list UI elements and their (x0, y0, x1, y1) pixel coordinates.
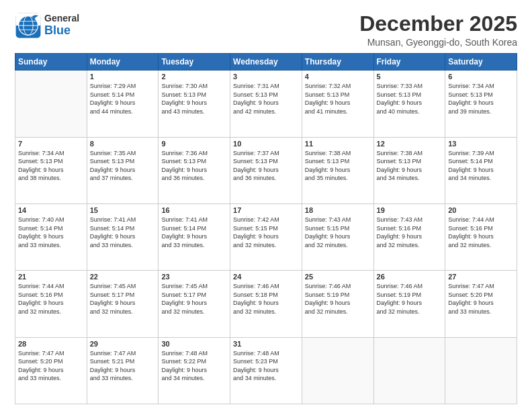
day-number: 20 (448, 206, 514, 214)
day-info: Sunrise: 7:34 AMSunset: 5:13 PMDaylight:… (18, 149, 84, 183)
day-info: Sunrise: 7:48 AMSunset: 5:22 PMDaylight:… (161, 349, 227, 383)
day-number: 12 (377, 140, 443, 148)
col-tuesday: Tuesday (159, 54, 230, 71)
day-number: 30 (161, 340, 227, 348)
day-number: 19 (377, 206, 443, 214)
calendar-cell: 16Sunrise: 7:41 AMSunset: 5:14 PMDayligh… (159, 203, 230, 270)
day-info: Sunrise: 7:45 AMSunset: 5:17 PMDaylight:… (161, 282, 227, 316)
day-number: 6 (448, 73, 514, 81)
col-saturday: Saturday (445, 54, 517, 71)
day-number: 1 (90, 73, 156, 81)
day-number: 24 (233, 273, 299, 281)
calendar-header-row: Sunday Monday Tuesday Wednesday Thursday… (15, 54, 517, 71)
day-number: 16 (161, 206, 227, 214)
calendar-cell (373, 337, 445, 404)
calendar-week-3: 14Sunrise: 7:40 AMSunset: 5:14 PMDayligh… (15, 203, 517, 270)
calendar-cell (15, 71, 87, 137)
day-number: 21 (18, 273, 84, 281)
calendar-cell: 17Sunrise: 7:42 AMSunset: 5:15 PMDayligh… (230, 203, 302, 270)
day-number: 13 (448, 140, 514, 148)
day-number: 9 (161, 140, 227, 148)
col-thursday: Thursday (302, 54, 373, 71)
logo-text: General Blue (44, 13, 79, 37)
calendar-cell: 27Sunrise: 7:47 AMSunset: 5:20 PMDayligh… (445, 271, 517, 337)
day-info: Sunrise: 7:36 AMSunset: 5:13 PMDaylight:… (161, 149, 227, 183)
calendar-cell: 1Sunrise: 7:29 AMSunset: 5:14 PMDaylight… (87, 71, 159, 137)
calendar-cell: 26Sunrise: 7:46 AMSunset: 5:19 PMDayligh… (373, 271, 445, 337)
day-info: Sunrise: 7:48 AMSunset: 5:23 PMDaylight:… (233, 349, 299, 383)
day-number: 10 (233, 140, 299, 148)
col-sunday: Sunday (15, 54, 87, 71)
calendar-week-4: 21Sunrise: 7:44 AMSunset: 5:16 PMDayligh… (15, 271, 517, 337)
day-info: Sunrise: 7:45 AMSunset: 5:17 PMDaylight:… (90, 282, 156, 316)
day-info: Sunrise: 7:40 AMSunset: 5:14 PMDaylight:… (18, 216, 84, 249)
calendar-cell: 28Sunrise: 7:47 AMSunset: 5:20 PMDayligh… (15, 337, 87, 404)
calendar-cell: 22Sunrise: 7:45 AMSunset: 5:17 PMDayligh… (87, 271, 159, 337)
day-number: 27 (448, 273, 514, 281)
day-info: Sunrise: 7:47 AMSunset: 5:20 PMDaylight:… (448, 282, 514, 316)
title-block: December 2025 Munsan, Gyeonggi-do, South… (359, 12, 517, 48)
day-number: 23 (161, 273, 227, 281)
calendar-cell: 12Sunrise: 7:38 AMSunset: 5:13 PMDayligh… (373, 137, 445, 203)
day-info: Sunrise: 7:38 AMSunset: 5:13 PMDaylight:… (377, 149, 443, 183)
calendar-cell: 14Sunrise: 7:40 AMSunset: 5:14 PMDayligh… (15, 203, 87, 270)
day-number: 7 (18, 140, 84, 148)
calendar-cell: 31Sunrise: 7:48 AMSunset: 5:23 PMDayligh… (230, 337, 302, 404)
day-info: Sunrise: 7:41 AMSunset: 5:14 PMDaylight:… (90, 216, 156, 249)
calendar-cell: 7Sunrise: 7:34 AMSunset: 5:13 PMDaylight… (15, 137, 87, 203)
day-number: 15 (90, 206, 156, 214)
day-number: 17 (233, 206, 299, 214)
day-info: Sunrise: 7:38 AMSunset: 5:13 PMDaylight:… (305, 149, 371, 183)
day-info: Sunrise: 7:30 AMSunset: 5:13 PMDaylight:… (161, 82, 227, 116)
day-number: 8 (90, 140, 156, 148)
day-info: Sunrise: 7:32 AMSunset: 5:13 PMDaylight:… (305, 82, 371, 116)
day-number: 31 (233, 340, 299, 348)
calendar-cell: 21Sunrise: 7:44 AMSunset: 5:16 PMDayligh… (15, 271, 87, 337)
logo: General Blue (15, 12, 79, 39)
calendar-cell: 18Sunrise: 7:43 AMSunset: 5:15 PMDayligh… (302, 203, 373, 270)
day-number: 11 (305, 140, 371, 148)
calendar-cell: 19Sunrise: 7:43 AMSunset: 5:16 PMDayligh… (373, 203, 445, 270)
calendar-cell: 2Sunrise: 7:30 AMSunset: 5:13 PMDaylight… (159, 71, 230, 137)
day-number: 2 (161, 73, 227, 81)
calendar-cell: 29Sunrise: 7:47 AMSunset: 5:21 PMDayligh… (87, 337, 159, 404)
page: General Blue December 2025 Munsan, Gyeon… (0, 0, 532, 411)
day-info: Sunrise: 7:41 AMSunset: 5:14 PMDaylight:… (161, 216, 227, 249)
day-info: Sunrise: 7:37 AMSunset: 5:13 PMDaylight:… (233, 149, 299, 183)
calendar-title: December 2025 (359, 12, 517, 36)
calendar-cell (445, 337, 517, 404)
calendar-cell: 5Sunrise: 7:33 AMSunset: 5:13 PMDaylight… (373, 71, 445, 137)
calendar-subtitle: Munsan, Gyeonggi-do, South Korea (359, 37, 517, 48)
calendar-cell: 4Sunrise: 7:32 AMSunset: 5:13 PMDaylight… (302, 71, 373, 137)
col-monday: Monday (87, 54, 159, 71)
day-number: 22 (90, 273, 156, 281)
day-number: 4 (305, 73, 371, 81)
day-info: Sunrise: 7:44 AMSunset: 5:16 PMDaylight:… (18, 282, 84, 316)
calendar-cell: 6Sunrise: 7:34 AMSunset: 5:13 PMDaylight… (445, 71, 517, 137)
calendar-cell: 9Sunrise: 7:36 AMSunset: 5:13 PMDaylight… (159, 137, 230, 203)
col-friday: Friday (373, 54, 445, 71)
logo-blue: Blue (44, 24, 79, 38)
calendar-cell: 15Sunrise: 7:41 AMSunset: 5:14 PMDayligh… (87, 203, 159, 270)
day-info: Sunrise: 7:29 AMSunset: 5:14 PMDaylight:… (90, 82, 156, 116)
calendar-cell: 30Sunrise: 7:48 AMSunset: 5:22 PMDayligh… (159, 337, 230, 404)
day-number: 26 (377, 273, 443, 281)
day-number: 29 (90, 340, 156, 348)
calendar-cell: 20Sunrise: 7:44 AMSunset: 5:16 PMDayligh… (445, 203, 517, 270)
day-number: 25 (305, 273, 371, 281)
day-info: Sunrise: 7:46 AMSunset: 5:19 PMDaylight:… (305, 282, 371, 316)
calendar-cell: 13Sunrise: 7:39 AMSunset: 5:14 PMDayligh… (445, 137, 517, 203)
day-info: Sunrise: 7:47 AMSunset: 5:20 PMDaylight:… (18, 349, 84, 383)
calendar-cell: 8Sunrise: 7:35 AMSunset: 5:13 PMDaylight… (87, 137, 159, 203)
day-info: Sunrise: 7:39 AMSunset: 5:14 PMDaylight:… (448, 149, 514, 183)
day-info: Sunrise: 7:47 AMSunset: 5:21 PMDaylight:… (90, 349, 156, 383)
calendar-cell: 10Sunrise: 7:37 AMSunset: 5:13 PMDayligh… (230, 137, 302, 203)
col-wednesday: Wednesday (230, 54, 302, 71)
calendar-cell: 11Sunrise: 7:38 AMSunset: 5:13 PMDayligh… (302, 137, 373, 203)
calendar-cell: 25Sunrise: 7:46 AMSunset: 5:19 PMDayligh… (302, 271, 373, 337)
day-info: Sunrise: 7:43 AMSunset: 5:15 PMDaylight:… (305, 216, 371, 249)
day-number: 3 (233, 73, 299, 81)
day-number: 18 (305, 206, 371, 214)
day-info: Sunrise: 7:46 AMSunset: 5:19 PMDaylight:… (377, 282, 443, 316)
day-number: 14 (18, 206, 84, 214)
